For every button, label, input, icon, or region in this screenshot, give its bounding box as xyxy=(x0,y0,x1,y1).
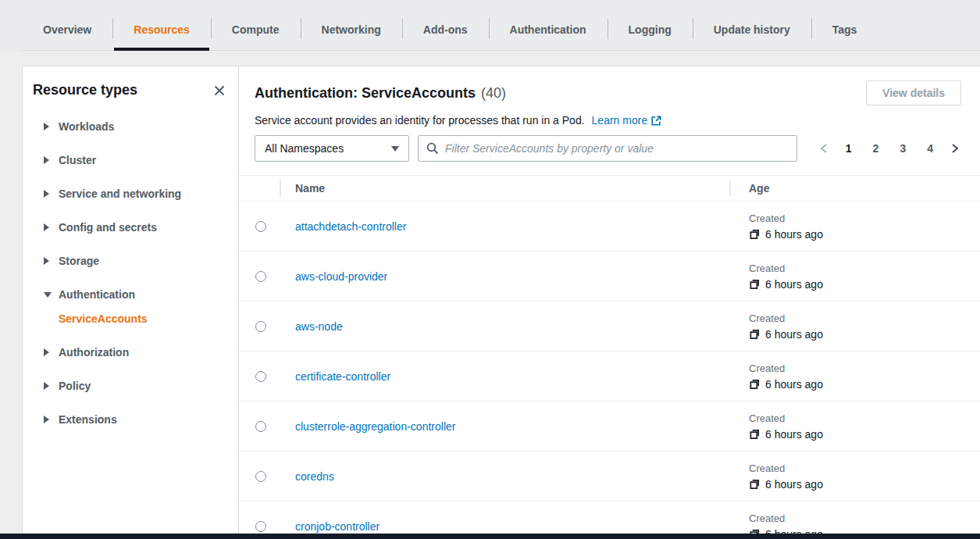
tree-item-label: Authentication xyxy=(59,288,135,301)
learn-more-label: Learn more xyxy=(592,114,648,127)
created-label: Created xyxy=(749,212,980,224)
age-cell: Created 6 hours ago xyxy=(732,212,980,241)
created-label: Created xyxy=(749,262,980,274)
copy-button[interactable] xyxy=(749,228,761,240)
resource-link[interactable]: coredns xyxy=(295,470,334,483)
copy-button[interactable] xyxy=(749,478,761,490)
age-value: 6 hours ago xyxy=(765,528,823,534)
tree-item-label: Cluster xyxy=(59,154,96,166)
table-header: Name Age xyxy=(239,175,980,202)
pagination: 1 2 3 4 xyxy=(818,139,961,158)
page-button-4[interactable]: 4 xyxy=(921,139,939,158)
previous-page-button[interactable] xyxy=(818,140,830,157)
resource-link[interactable]: aws-node xyxy=(295,320,343,333)
resource-link[interactable]: aws-cloud-provider xyxy=(295,270,387,283)
copy-icon xyxy=(749,478,761,490)
tree-item-authorization[interactable]: Authorization xyxy=(44,346,227,359)
tab-authentication[interactable]: Authentication xyxy=(489,0,608,51)
row-radio[interactable] xyxy=(255,471,266,482)
tab-networking[interactable]: Networking xyxy=(301,0,402,51)
chevron-left-icon xyxy=(819,143,829,154)
tree-item-authentication[interactable]: Authentication xyxy=(44,288,227,301)
next-page-button[interactable] xyxy=(949,140,961,157)
age-value: 6 hours ago xyxy=(765,328,823,341)
created-label: Created xyxy=(749,312,980,324)
bottom-edge-bar xyxy=(0,534,980,539)
close-panel-button[interactable] xyxy=(212,83,227,98)
row-radio[interactable] xyxy=(255,371,266,382)
tab-logging[interactable]: Logging xyxy=(608,0,693,51)
created-label: Created xyxy=(749,362,980,374)
copy-button[interactable] xyxy=(749,528,761,534)
panel-description: Service account provides an identity for… xyxy=(255,114,980,127)
copy-button[interactable] xyxy=(749,278,761,290)
close-icon xyxy=(213,84,226,97)
chevron-right-icon xyxy=(44,223,49,231)
tree-item-extensions[interactable]: Extensions xyxy=(44,413,227,426)
row-radio[interactable] xyxy=(255,221,266,232)
table-row: coredns Created 6 hours ago xyxy=(239,452,980,502)
name-column-header: Name xyxy=(282,176,732,201)
resource-link[interactable]: cronjob-controller xyxy=(295,520,380,533)
page-button-1[interactable]: 1 xyxy=(840,139,857,158)
chevron-right-icon xyxy=(44,416,49,423)
table-row: attachdetach-controller Created 6 hours … xyxy=(239,202,980,252)
description-text: Service account provides an identity for… xyxy=(255,114,585,127)
age-value: 6 hours ago xyxy=(765,478,823,491)
tree-item-policy[interactable]: Policy xyxy=(44,380,227,392)
row-radio[interactable] xyxy=(255,321,266,332)
tree-item-serviceaccounts[interactable]: ServiceAccounts xyxy=(59,312,227,325)
page-button-3[interactable]: 3 xyxy=(894,139,911,158)
copy-icon xyxy=(749,228,761,240)
tab-resources[interactable]: Resources xyxy=(112,0,211,51)
copy-icon xyxy=(749,278,761,290)
copy-button[interactable] xyxy=(749,378,761,390)
page-button-2[interactable]: 2 xyxy=(868,139,885,158)
chevron-right-icon xyxy=(44,123,49,130)
tree-item-service-and-networking[interactable]: Service and networking xyxy=(44,187,227,200)
resource-link[interactable]: certificate-controller xyxy=(295,370,390,383)
tree-item-storage[interactable]: Storage xyxy=(44,255,227,267)
copy-icon xyxy=(749,378,761,390)
copy-icon xyxy=(749,428,761,440)
row-radio[interactable] xyxy=(255,421,266,432)
created-label: Created xyxy=(749,412,980,424)
chevron-right-icon xyxy=(44,348,49,356)
tree-item-workloads[interactable]: Workloads xyxy=(44,120,227,133)
serviceaccounts-panel: Authentication: ServiceAccounts (40) Vie… xyxy=(239,66,980,534)
page-title: Authentication: ServiceAccounts xyxy=(255,85,476,102)
tree-item-config-and-secrets[interactable]: Config and secrets xyxy=(44,221,227,234)
namespace-dropdown[interactable]: All Namespaces xyxy=(255,135,409,162)
tab-add-ons[interactable]: Add-ons xyxy=(402,0,489,51)
tree-item-cluster[interactable]: Cluster xyxy=(44,154,227,166)
view-details-button[interactable]: View details xyxy=(866,80,961,105)
created-label: Created xyxy=(749,512,980,524)
tab-update-history[interactable]: Update history xyxy=(693,0,811,51)
learn-more-link[interactable]: Learn more xyxy=(592,114,662,127)
chevron-right-icon xyxy=(44,382,49,390)
age-cell: Created 6 hours ago xyxy=(732,462,980,491)
tree-item-label: Extensions xyxy=(59,413,117,426)
table-row: clusterrole-aggregation-controller Creat… xyxy=(239,402,980,452)
search-input[interactable] xyxy=(445,142,789,155)
copy-button[interactable] xyxy=(749,428,761,440)
age-cell: Created 6 hours ago xyxy=(732,312,980,341)
age-cell: Created 6 hours ago xyxy=(732,512,980,534)
tab-tags[interactable]: Tags xyxy=(811,0,878,51)
resource-count: (40) xyxy=(481,85,506,102)
tab-overview[interactable]: Overview xyxy=(22,0,112,51)
chevron-right-icon xyxy=(44,190,49,198)
search-icon xyxy=(426,142,439,155)
resource-link[interactable]: clusterrole-aggregation-controller xyxy=(295,420,455,433)
serviceaccounts-table: Name Age attachdetach-controller Created xyxy=(239,175,980,534)
age-value: 6 hours ago xyxy=(765,278,823,291)
copy-button[interactable] xyxy=(749,328,761,340)
resource-link[interactable]: attachdetach-controller xyxy=(295,220,406,233)
tab-compute[interactable]: Compute xyxy=(211,0,301,51)
chevron-right-icon xyxy=(950,143,960,154)
chevron-right-icon xyxy=(44,257,49,265)
row-radio[interactable] xyxy=(255,521,266,532)
selection-column-header xyxy=(239,176,282,201)
row-radio[interactable] xyxy=(255,271,266,282)
age-value: 6 hours ago xyxy=(765,228,823,241)
